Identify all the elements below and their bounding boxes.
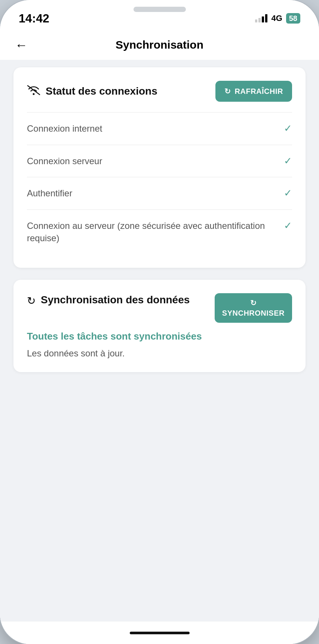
page-title: Synchronisation xyxy=(116,39,203,51)
check-icon-auth: ✓ xyxy=(284,187,292,199)
app-header: ← Synchronisation xyxy=(0,30,319,60)
home-indicator xyxy=(0,622,319,644)
synchronise-icon: ↻ xyxy=(250,298,257,307)
status-time: 14:42 xyxy=(19,12,49,25)
refresh-icon: ↻ xyxy=(224,87,231,96)
sync-card-title: Synchronisation des données xyxy=(41,293,207,307)
check-icon-server: ✓ xyxy=(284,155,292,167)
network-label: 4G xyxy=(271,13,282,23)
phone-frame: 14:42 4G 58 ← Synchronisation xyxy=(0,0,319,644)
sync-subtitle: Les données sont à jour. xyxy=(27,348,292,359)
notch xyxy=(134,7,186,12)
connection-auth-label: Authentifier xyxy=(27,187,280,200)
status-icons: 4G 58 xyxy=(255,13,300,24)
sync-card-icon: ↻ xyxy=(27,295,36,307)
battery-icon: 58 xyxy=(286,13,300,24)
refresh-label: RAFRAÎCHIR xyxy=(235,87,283,96)
connection-title-group: Statut des connexions xyxy=(27,85,157,98)
connection-status-card: Statut des connexions ↻ RAFRAÎCHIR Conne… xyxy=(13,67,306,268)
connection-item-server: Connexion serveur ✓ xyxy=(27,145,292,177)
connection-card-title: Statut des connexions xyxy=(46,85,157,97)
synchronise-label: SYNCHRONISER xyxy=(222,309,285,318)
connection-item-secure: Connexion au serveur (zone sécurisée ave… xyxy=(27,210,292,254)
check-icon-secure: ✓ xyxy=(284,220,292,231)
home-bar xyxy=(130,632,190,634)
sync-status-text: Toutes les tâches sont synchronisées xyxy=(27,330,292,343)
back-button[interactable]: ← xyxy=(15,39,28,51)
status-bar: 14:42 4G 58 xyxy=(0,0,319,30)
synchronise-button[interactable]: ↻ SYNCHRONISER xyxy=(215,293,292,323)
connection-server-label: Connexion serveur xyxy=(27,155,280,168)
sync-title-group: ↻ Synchronisation des données xyxy=(27,293,207,307)
wifi-icon xyxy=(27,85,40,98)
refresh-button[interactable]: ↻ RAFRAÎCHIR xyxy=(215,81,292,102)
connection-secure-label: Connexion au serveur (zone sécurisée ave… xyxy=(27,220,280,245)
connection-card-header: Statut des connexions ↻ RAFRAÎCHIR xyxy=(27,81,292,102)
sync-card: ↻ Synchronisation des données ↻ SYNCHRON… xyxy=(13,280,306,372)
connection-item-auth: Authentifier ✓ xyxy=(27,177,292,209)
check-icon-internet: ✓ xyxy=(284,123,292,134)
connection-item-internet: Connexion internet ✓ xyxy=(27,113,292,145)
main-content: Statut des connexions ↻ RAFRAÎCHIR Conne… xyxy=(0,60,319,622)
signal-bars-icon xyxy=(255,14,267,22)
connection-internet-label: Connexion internet xyxy=(27,122,280,135)
battery-value: 58 xyxy=(289,14,297,23)
sync-card-header: ↻ Synchronisation des données ↻ SYNCHRON… xyxy=(27,293,292,323)
